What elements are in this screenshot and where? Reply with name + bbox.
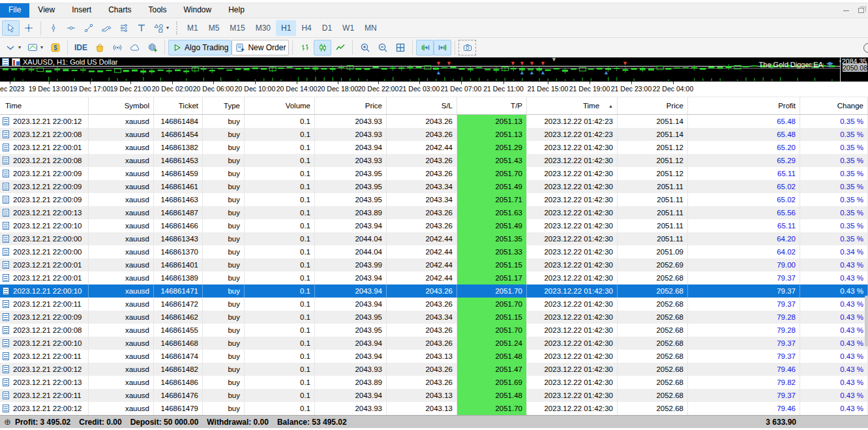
header-volume-4[interactable]: Volume — [245, 97, 315, 114]
table-row[interactable]: 2023.12.21 22:00:09xauusd146861462buy0.1… — [0, 311, 868, 324]
cloud-button[interactable] — [126, 40, 143, 55]
axis-label: 21 Dec 11:00 — [483, 85, 524, 93]
header-price-9[interactable]: Price — [618, 97, 688, 114]
restore-icon[interactable] — [858, 8, 864, 13]
header-profit-10[interactable]: Profit — [688, 97, 800, 114]
timeframe-h1[interactable]: H1 — [276, 20, 296, 36]
cell: 2051.63 — [457, 206, 527, 219]
screenshot-button[interactable] — [458, 40, 476, 55]
cell: 2051.33 — [457, 245, 527, 258]
table-row[interactable]: 2023.12.21 22:00:09xauusd146861459buy0.1… — [0, 167, 868, 180]
menu-tools[interactable]: Tools — [140, 3, 175, 18]
table-row[interactable]: 2023.12.21 22:00:11xauusd146861472buy0.1… — [0, 298, 868, 311]
header-time-0[interactable]: Time — [0, 97, 89, 114]
menu-window[interactable]: Window — [175, 3, 220, 18]
header-time-8[interactable]: Time▲ — [527, 97, 618, 114]
expand-status-icon[interactable]: ⊕ — [4, 417, 11, 427]
header-price-5[interactable]: Price — [315, 97, 387, 114]
header-type-3[interactable]: Type — [203, 97, 245, 114]
zoom-in-button[interactable] — [356, 40, 374, 55]
header-tp-7[interactable]: T/P — [457, 97, 527, 114]
table-row[interactable]: 2023.12.21 22:00:10xauusd146861471buy0.1… — [0, 284, 868, 298]
timeframe-mn[interactable]: MN — [359, 20, 382, 36]
menu-view[interactable]: View — [29, 3, 63, 18]
header-sl-6[interactable]: S/L — [387, 97, 457, 114]
cell: 2042.44 — [387, 245, 457, 258]
dollar-button[interactable]: $ — [46, 40, 64, 55]
new-order-page-button[interactable]: New Order — [232, 40, 289, 55]
table-row[interactable]: 2023.12.21 22:00:10xauusd146861468buy0.1… — [0, 337, 868, 350]
market-bag-button[interactable] — [91, 40, 108, 55]
time-axis[interactable]: Dec 202319 Dec 13:0019 Dec 17:0019 Dec 2… — [0, 82, 868, 97]
cell: 0.1 — [245, 258, 315, 271]
ide-button[interactable]: IDE — [71, 40, 91, 55]
equidistant-lines-button[interactable] — [115, 20, 132, 36]
cell: 2042.44 — [387, 141, 457, 154]
vertical-line-button[interactable] — [44, 20, 62, 36]
crosshair-button[interactable] — [20, 20, 37, 36]
bars-chart-button[interactable] — [296, 40, 314, 55]
table-row[interactable]: 2023.12.21 22:00:11xauusd146861476buy0.1… — [0, 389, 868, 402]
header-change-11[interactable]: Change — [800, 97, 868, 114]
signals-button[interactable] — [108, 40, 126, 55]
trendline-button[interactable] — [80, 20, 97, 36]
menu-insert[interactable]: Insert — [63, 3, 100, 18]
table-row[interactable]: 2023.12.21 22:00:12xauusd146861484buy0.1… — [0, 115, 868, 128]
timeframe-d1[interactable]: D1 — [317, 20, 337, 36]
table-row[interactable]: 2023.12.21 22:00:00xauusd146861370buy0.1… — [0, 245, 868, 258]
header-symbol-1[interactable]: Symbol — [89, 97, 154, 114]
horizontal-line-button[interactable] — [62, 20, 80, 36]
dropdown-caret-icon[interactable]: ▾ — [166, 25, 169, 31]
table-row[interactable]: 2023.12.21 22:00:12xauusd146861479buy0.1… — [0, 402, 868, 415]
channel-button[interactable] — [97, 20, 115, 36]
table-row[interactable]: 2023.12.21 22:00:13xauusd146861487buy0.1… — [0, 206, 868, 219]
shift-left-button[interactable] — [434, 40, 451, 55]
timeframe-m5[interactable]: M5 — [203, 20, 225, 36]
cell: 2023.12.22 01:42:23 — [527, 115, 618, 128]
table-row[interactable]: 2023.12.21 22:00:12xauusd146861482buy0.1… — [0, 363, 868, 376]
cell: 2051.70 — [457, 324, 527, 337]
shapes-button[interactable]: ▾ — [150, 20, 172, 36]
table-row[interactable]: 2023.12.21 22:00:08xauusd146861455buy0.1… — [0, 324, 868, 337]
equidistant-lines-icon — [119, 23, 129, 33]
table-row[interactable]: 2023.12.21 22:00:01xauusd146861401buy0.1… — [0, 258, 868, 271]
timeframe-w1[interactable]: W1 — [337, 20, 359, 36]
table-row[interactable]: 2023.12.21 22:00:08xauusd146861454buy0.1… — [0, 128, 868, 141]
shift-end-button[interactable] — [416, 40, 434, 55]
bars-chart-icon — [300, 42, 310, 53]
table-row[interactable]: 2023.12.21 22:00:10xauusd146861466buy0.1… — [0, 219, 868, 232]
table-row[interactable]: 2023.12.21 22:00:09xauusd146861463buy0.1… — [0, 193, 868, 206]
cursor-button[interactable] — [2, 20, 20, 36]
table-row[interactable]: 2023.12.21 22:00:08xauusd146861453buy0.1… — [0, 154, 868, 167]
table-row[interactable]: 2023.12.21 22:00:01xauusd146861389buy0.1… — [0, 271, 868, 284]
header-ticket-2[interactable]: Ticket — [154, 97, 203, 114]
chevron-down-button[interactable]: ▾ — [2, 40, 24, 55]
tile-windows-button[interactable] — [391, 40, 409, 55]
chart-template-button[interactable]: ▾ — [24, 40, 46, 55]
text-tool-button[interactable] — [132, 20, 150, 36]
community-button[interactable] — [143, 40, 161, 55]
table-row[interactable]: 2023.12.21 22:00:13xauusd146861486buy0.1… — [0, 376, 868, 389]
minimize-icon[interactable] — [843, 10, 849, 11]
timeframe-m15[interactable]: M15 — [224, 20, 250, 36]
vertical-scrollbar[interactable] — [865, 296, 868, 346]
candles-chart-button[interactable] — [314, 40, 331, 55]
timeframe-h4[interactable]: H4 — [296, 20, 316, 36]
clipped-toolbar-icon[interactable] — [863, 43, 868, 53]
line-chart-button[interactable] — [331, 40, 349, 55]
timeframe-m1[interactable]: M1 — [182, 20, 203, 36]
menu-help[interactable]: Help — [220, 3, 253, 18]
table-row[interactable]: 2023.12.21 22:00:01xauusd146861382buy0.1… — [0, 141, 868, 154]
zoom-out-button[interactable] — [374, 40, 391, 55]
menu-charts[interactable]: Charts — [100, 3, 140, 18]
dropdown-caret-icon[interactable]: ▾ — [18, 45, 21, 50]
cell: 2043.26 — [387, 154, 457, 167]
timeframe-m30[interactable]: M30 — [250, 20, 276, 36]
menu-file[interactable]: File — [0, 3, 29, 18]
table-row[interactable]: 2023.12.21 22:00:09xauusd146861461buy0.1… — [0, 180, 868, 193]
table-row[interactable]: 2023.12.21 22:00:00xauusd146861343buy0.1… — [0, 232, 868, 245]
table-row[interactable]: 2023.12.21 22:00:11xauusd146861474buy0.1… — [0, 350, 868, 363]
chart-panel[interactable]: XAUUSD, H1: Gold US Dollar ▼▼▼▼▼▼▼▲▲▲▲▲ … — [0, 57, 868, 82]
dropdown-caret-icon[interactable]: ▾ — [40, 45, 43, 50]
algo-play-button[interactable]: Algo Trading — [168, 40, 232, 55]
